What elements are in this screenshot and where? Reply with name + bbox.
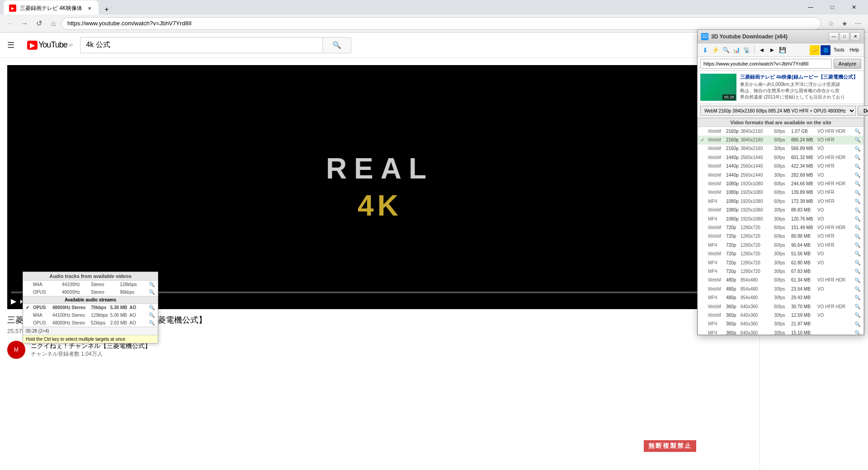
refresh-button[interactable]: ↺ [33, 17, 45, 30]
maximize-button[interactable]: □ [822, 0, 843, 14]
format-item-18[interactable]: WebM 480p 854x480 30fps 23.54 MB VO 🔍 [698, 285, 863, 293]
format-item-17[interactable]: WebM 480p 854x480 60fps 61.34 MB VO HFR … [698, 276, 863, 285]
format-item-23[interactable]: MP4 360p 640x360 30fps 15.10 MB 🔍 [698, 329, 863, 335]
home-button[interactable]: ⌂ [47, 17, 60, 30]
forward-button[interactable]: → [18, 17, 31, 30]
format-zoom-5[interactable]: 🔍 [854, 172, 861, 179]
format-item-21[interactable]: WebM 360p 640x360 30fps 12.59 MB VO 🔍 [698, 311, 863, 320]
format-zoom-11[interactable]: 🔍 [854, 224, 861, 231]
dl-back-nav-button[interactable]: ◄ [757, 45, 767, 55]
dl-help-button[interactable]: Help [847, 45, 861, 55]
dl-tools-button[interactable]: Tools [831, 45, 846, 55]
format-item-11[interactable]: WebM 720p 1280x720 60fps 151.49 MB VO HF… [698, 223, 863, 232]
format-zoom-4[interactable]: 🔍 [854, 163, 861, 170]
new-tab-button[interactable]: + [100, 3, 113, 16]
search-button[interactable]: 🔍 [322, 37, 351, 53]
format-zoom-6[interactable]: 🔍 [854, 180, 861, 187]
play-button[interactable]: ▶ [11, 297, 16, 306]
dl-format-select[interactable]: WebM 2160p 3840x2160 60fps 885.24 MB VO … [700, 106, 856, 116]
dl-flash-button[interactable]: ⚡ [711, 45, 721, 55]
format-item-22[interactable]: MP4 360p 640x360 30fps 21.97 MB 🔍 [698, 320, 863, 329]
dl-download-button[interactable]: Download [858, 106, 868, 116]
dl-close-button[interactable]: ✕ [850, 32, 860, 41]
dl-url-input[interactable] [700, 59, 832, 69]
bookmark-icon[interactable]: ☆ [825, 17, 837, 30]
minimize-button[interactable]: — [800, 0, 821, 14]
dl-analyze-button[interactable]: Analyze [834, 59, 861, 69]
format-zoom-1[interactable]: 🔍 [854, 136, 861, 143]
format-zoom-12[interactable]: 🔍 [854, 233, 861, 240]
audio-stream-opus-1[interactable]: ✓ OPUS 48000Hz Stereo 70kbps 5.30 MB AO … [23, 304, 158, 311]
format-item-20[interactable]: WebM 360p 640x360 60fps 30.70 MB VO HFR … [698, 302, 863, 311]
dl-forward-nav-button[interactable]: ► [767, 45, 777, 55]
format-item-1[interactable]: ✓ WebM 2160p 3840x2160 60fps 885.24 MB V… [698, 136, 863, 144]
audio-track-zoom-2[interactable]: 🔍 [149, 289, 155, 295]
audio-stream-m4a-2[interactable]: M4A 44100Hz Stereo 129kbps 5.06 MB AO 🔍 [23, 311, 158, 319]
back-button[interactable]: ← [4, 17, 16, 30]
dl-video-body-1: 東京から南へ約1,000km,太平洋に浮かぶ小笠原諸 [740, 81, 861, 88]
dl-download-tool-button[interactable]: ⬇ [700, 45, 710, 55]
format-item-9[interactable]: WebM 1080p 1920x1080 30fps 88.83 MB VO 🔍 [698, 206, 863, 215]
format-zoom-15[interactable]: 🔍 [854, 259, 861, 266]
format-zoom-13[interactable]: 🔍 [854, 242, 861, 249]
settings-icon[interactable]: ⋯ [852, 17, 864, 30]
format-item-7[interactable]: WebM 1080p 1920x1080 60fps 139.89 MB VO … [698, 188, 863, 197]
format-zoom-20[interactable]: 🔍 [854, 303, 861, 310]
format-item-12[interactable]: WebM 720p 1280x720 60fps 80.88 MB VO HFR… [698, 232, 863, 241]
format-item-19[interactable]: MP4 480p 854x480 30fps 29.43 MB 🔍 [698, 293, 863, 302]
youtube-logo: ▶ YouTube JP [27, 40, 73, 50]
format-zoom-0[interactable]: 🔍 [854, 128, 861, 135]
dl-key-button[interactable]: 🔑 [810, 45, 820, 55]
format-item-3[interactable]: WebM 1440p 2560x1440 60fps 601.32 MB VO … [698, 153, 863, 162]
format-zoom-16[interactable]: 🔍 [854, 268, 861, 275]
format-zoom-19[interactable]: 🔍 [854, 294, 861, 301]
format-zoom-14[interactable]: 🔍 [854, 250, 861, 257]
format-zoom-21[interactable]: 🔍 [854, 312, 861, 319]
dl-search-button[interactable]: 🔍 [721, 45, 731, 55]
audio-track-m4a[interactable]: M4A 44100Hz Stereo 128kbps 🔍 [23, 281, 158, 288]
format-flags-15: VO [817, 260, 854, 266]
format-item-5[interactable]: WebM 1440p 2560x1440 30fps 282.68 MB VO … [698, 171, 863, 179]
format-item-8[interactable]: MP4 1080p 1920x1080 60fps 172.39 MB VO H… [698, 197, 863, 206]
format-item-2[interactable]: WebM 2160p 3840x2160 30fps 566.89 MB VO … [698, 145, 863, 153]
format-item-4[interactable]: WebM 1440p 2560x1440 60fps 422.34 MB VO … [698, 162, 863, 171]
dl-flag-button[interactable]: 🌐 [821, 45, 830, 55]
audio-stream-zoom-1[interactable]: 🔍 [149, 305, 155, 310]
format-zoom-2[interactable]: 🔍 [854, 146, 861, 152]
dl-rss-button[interactable]: 📡 [742, 45, 752, 55]
format-zoom-10[interactable]: 🔍 [854, 216, 861, 222]
format-item-16[interactable]: MP4 720p 1280x720 30fps 67.83 MB 🔍 [698, 267, 863, 276]
format-item-10[interactable]: MP4 1080p 1920x1080 30fps 120.76 MB VO 🔍 [698, 215, 863, 223]
format-item-14[interactable]: WebM 720p 1280x720 30fps 51.56 MB VO 🔍 [698, 249, 863, 258]
format-zoom-22[interactable]: 🔍 [854, 321, 861, 328]
format-zoom-23[interactable]: 🔍 [854, 329, 861, 335]
audio-stream-zoom-3[interactable]: 🔍 [149, 320, 155, 326]
audio-stream-zoom-2[interactable]: 🔍 [149, 312, 155, 318]
favorites-icon[interactable]: ★ [838, 17, 851, 30]
format-size-23: 15.10 MB [791, 330, 816, 335]
audio-track-zoom-1[interactable]: 🔍 [149, 282, 155, 287]
format-item-13[interactable]: MP4 720p 1280x720 60fps 90.64 MB VO HFR … [698, 241, 863, 249]
format-item-0[interactable]: WebM 2160p 3840x2160 60fps 1.07 GB VO HF… [698, 127, 863, 136]
format-zoom-17[interactable]: 🔍 [854, 277, 861, 284]
dl-maximize-button[interactable]: □ [840, 32, 849, 41]
dl-chart-button[interactable]: 📊 [731, 45, 741, 55]
address-bar[interactable] [61, 17, 821, 30]
format-zoom-3[interactable]: 🔍 [854, 154, 861, 161]
dl-save-button[interactable]: 💾 [778, 45, 788, 55]
hamburger-menu-icon[interactable]: ☰ [7, 40, 20, 50]
format-item-6[interactable]: WebM 1080p 1920x1080 60fps 244.66 MB VO … [698, 179, 863, 188]
audio-stream-opus-3[interactable]: OPUS 48000Hz Stereo 52kbps 2.03 MB AO 🔍 [23, 319, 158, 327]
audio-track-opus[interactable]: OPUS 48000Hz Stereo 96kbps 🔍 [23, 288, 158, 296]
format-zoom-18[interactable]: 🔍 [854, 286, 861, 292]
close-button[interactable]: ✕ [844, 0, 864, 14]
format-zoom-8[interactable]: 🔍 [854, 198, 861, 205]
format-item-15[interactable]: MP4 720p 1280x720 30fps 62.80 MB VO 🔍 [698, 258, 863, 267]
format-zoom-9[interactable]: 🔍 [854, 207, 861, 214]
active-tab[interactable]: 三菱録画テレビ 4K映像体 ✕ [4, 0, 99, 16]
tab-close-button[interactable]: ✕ [86, 5, 93, 12]
format-zoom-7[interactable]: 🔍 [854, 189, 861, 196]
format-res-2: 2160p [726, 146, 740, 152]
dl-minimize-button[interactable]: — [829, 32, 839, 41]
search-input[interactable] [80, 37, 322, 53]
